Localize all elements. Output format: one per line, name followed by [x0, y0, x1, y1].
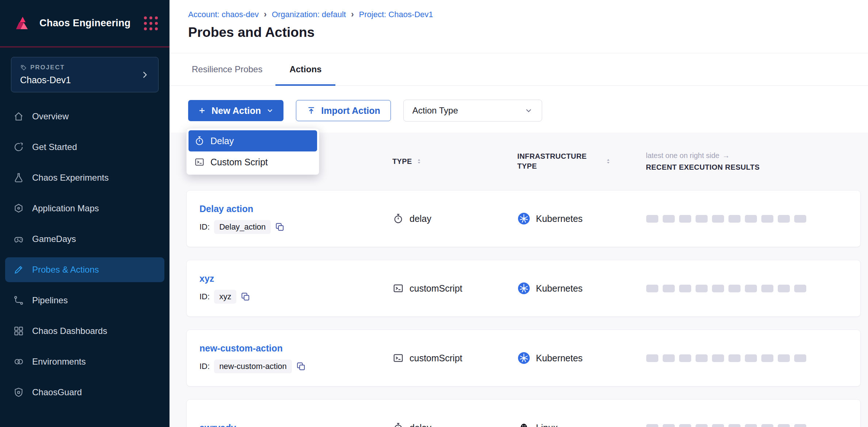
sidebar-item-pipelines[interactable]: Pipelines	[5, 288, 164, 313]
dashboard-grid-icon	[13, 326, 24, 336]
execution-result-bar	[728, 215, 741, 223]
dropdown-item-delay[interactable]: Delay	[189, 130, 317, 151]
copy-icon[interactable]	[296, 362, 306, 371]
execution-result-bar	[696, 424, 708, 427]
action-name-link[interactable]: awrvadv	[199, 423, 393, 427]
execution-result-bar	[663, 354, 675, 362]
sidebar-item-probes-and-actions[interactable]: Probes & Actions	[5, 257, 164, 282]
action-id-row: ID: Delay_action	[199, 220, 393, 234]
sidebar-item-application-maps[interactable]: Application Maps	[5, 196, 164, 221]
execution-result-bar	[646, 424, 658, 427]
tab-resilience-probes[interactable]: Resilience Probes	[188, 53, 266, 85]
action-id-value: Delay_action	[214, 220, 271, 234]
action-type-cell: customScript	[393, 353, 518, 363]
chevron-right-icon	[140, 70, 149, 80]
execution-result-bar	[745, 285, 757, 292]
action-id-value: xyz	[214, 290, 236, 304]
plus-icon	[198, 106, 206, 115]
execution-result-bar	[646, 354, 658, 362]
hexagon-icon	[13, 203, 24, 214]
execution-result-bar	[728, 424, 741, 427]
action-type-select-value: Action Type	[412, 105, 458, 116]
gamepad-icon	[13, 234, 24, 245]
execution-result-bar	[679, 424, 691, 427]
copy-icon[interactable]	[275, 222, 285, 232]
sidebar-item-chaosguard[interactable]: ChaosGuard	[5, 380, 164, 405]
sidebar-item-overview[interactable]: Overview	[5, 104, 164, 129]
stopwatch-icon	[393, 422, 404, 427]
breadcrumb-separator: ›	[264, 9, 267, 19]
execution-result-bar	[679, 285, 691, 292]
pen-icon	[13, 264, 24, 275]
execution-result-bar	[728, 354, 741, 362]
app-root: Chaos Engineering PROJECT Chaos-Dev1	[0, 0, 868, 427]
recent-results-hint: latest one on right side →	[646, 151, 861, 160]
id-label: ID:	[199, 292, 210, 301]
execution-result-bar	[745, 424, 757, 427]
execution-result-bar	[646, 285, 658, 292]
recent-execution-results	[646, 424, 860, 427]
execution-result-bar	[663, 424, 675, 427]
sidebar-item-get-started[interactable]: Get Started	[5, 135, 164, 159]
execution-result-bar	[728, 285, 741, 292]
execution-result-bar	[712, 424, 724, 427]
execution-result-bar	[663, 285, 675, 292]
import-action-button[interactable]: Import Action	[296, 100, 391, 121]
project-selector[interactable]: PROJECT Chaos-Dev1	[11, 57, 159, 92]
execution-result-bar	[679, 354, 691, 362]
sort-icon[interactable]	[416, 157, 422, 166]
project-label: PROJECT	[20, 64, 140, 71]
execution-result-bar	[663, 215, 675, 223]
breadcrumb-separator: ›	[351, 9, 354, 19]
action-name-link[interactable]: Delay action	[199, 204, 393, 214]
dropdown-item-custom-script[interactable]: Custom Script	[189, 151, 317, 173]
new-action-button[interactable]: New Action	[188, 100, 283, 121]
chevron-down-icon	[524, 106, 533, 115]
sidebar-item-chaos-dashboards[interactable]: Chaos Dashboards	[5, 319, 164, 343]
sidebar-item-gamedays[interactable]: GameDays	[5, 227, 164, 251]
tag-icon	[20, 64, 27, 71]
recent-execution-results	[646, 354, 860, 362]
breadcrumb-organization-link[interactable]: Organization: default	[272, 10, 346, 19]
execution-result-bar	[696, 215, 708, 223]
page-header: Account: chaos-dev › Organization: defau…	[170, 0, 868, 53]
execution-result-bar	[745, 215, 757, 223]
main-content: Account: chaos-dev › Organization: defau…	[170, 0, 868, 427]
flask-icon	[13, 172, 24, 183]
execution-result-bar	[646, 215, 658, 223]
execution-result-bar	[696, 285, 708, 292]
breadcrumb-account-link[interactable]: Account: chaos-dev	[188, 10, 259, 19]
sort-icon[interactable]	[605, 157, 612, 166]
copy-icon[interactable]	[241, 292, 250, 301]
execution-result-bar	[778, 285, 790, 292]
tab-actions[interactable]: Actions	[275, 53, 335, 85]
execution-result-bar	[712, 215, 724, 223]
execution-result-bar	[761, 354, 773, 362]
terminal-icon	[194, 157, 205, 167]
module-switcher-grid-icon[interactable]	[144, 16, 158, 30]
execution-result-bar	[778, 424, 790, 427]
action-name-link[interactable]: xyz	[199, 273, 393, 284]
compass-icon	[13, 142, 24, 153]
table-row: Delay action ID: Delay_action delay	[186, 190, 861, 247]
action-type-cell: delay	[393, 422, 518, 427]
table-row: xyz ID: xyz customScript	[186, 260, 861, 317]
action-type-cell: delay	[393, 213, 518, 224]
execution-result-bar	[761, 285, 773, 292]
execution-result-bar	[712, 285, 724, 292]
action-name-cell: Delay action ID: Delay_action	[187, 204, 393, 234]
breadcrumb-project-link[interactable]: Project: Chaos-Dev1	[359, 10, 433, 19]
sidebar-item-environments[interactable]: Environments	[5, 349, 164, 374]
sidebar-nav: Overview Get Started Chaos Experiments A…	[0, 104, 170, 411]
action-name-cell: awrvadv	[187, 423, 393, 427]
action-name-link[interactable]: new-custom-action	[199, 343, 393, 354]
action-id-row: ID: xyz	[199, 290, 393, 304]
linux-icon	[518, 422, 530, 427]
execution-result-bar	[794, 424, 806, 427]
kubernetes-icon	[518, 352, 530, 364]
execution-result-bar	[794, 215, 806, 223]
stopwatch-icon	[194, 136, 205, 146]
action-type-select[interactable]: Action Type	[403, 100, 542, 122]
execution-result-bar	[778, 354, 790, 362]
sidebar-item-chaos-experiments[interactable]: Chaos Experiments	[5, 165, 164, 190]
